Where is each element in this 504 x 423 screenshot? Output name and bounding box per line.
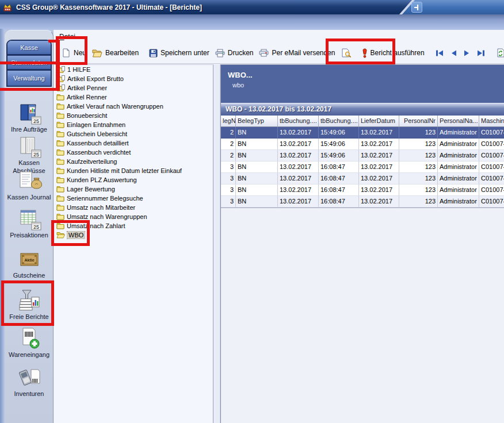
tree-item-kassenbuch-detailliert[interactable]: Kassenbuch detailliert xyxy=(55,139,213,148)
tree-item-artikel-verauf-nach-warengruppen[interactable]: Artikel Verauf nach Warengruppen xyxy=(55,102,213,111)
table-row[interactable]: 3BN13.02.201716:08:4713.02.2017123Admini… xyxy=(221,184,504,196)
tree-item-wbo[interactable]: WBO xyxy=(55,230,213,240)
new-button[interactable]: Neu xyxy=(59,47,89,59)
sidebar-item-gutscheine[interactable]: AktieGutscheine xyxy=(5,248,54,280)
tree-item-label: Kaufzeitverteilung xyxy=(67,158,117,165)
preview-icon xyxy=(341,48,352,58)
cell-lieferdatum: 13.02.2017 xyxy=(359,139,399,150)
folder-icon xyxy=(56,204,64,211)
folder-icon xyxy=(56,121,64,128)
sidebar-tab-stammdaten[interactable]: Stammdaten xyxy=(7,56,51,71)
nav-prev-button[interactable] xyxy=(447,48,460,59)
tree-item-bonuebersicht[interactable]: Bonuebersicht xyxy=(55,111,213,120)
cell-maschin: C01007- xyxy=(479,127,504,139)
tree-item-umsatz-nach-zahlart[interactable]: Umsatz nach Zahlart xyxy=(55,221,213,230)
table-row[interactable]: 3BN13.02.201716:08:4713.02.2017123Admini… xyxy=(221,173,504,184)
tree-item-kassenbuch-verdichtet[interactable]: Kassenbuch verdichtet xyxy=(55,148,213,157)
cell-legnr: 3 xyxy=(221,173,236,184)
column-header-personalna[interactable]: PersonalNa... xyxy=(438,116,479,127)
tree-item-gutschein-uebersicht[interactable]: Gutschein Uebersicht xyxy=(55,129,213,139)
app-logo-icon xyxy=(3,3,12,12)
column-header-tbbuchung[interactable]: tbBuchung.... xyxy=(278,116,319,127)
folder-icon xyxy=(56,112,64,119)
folder-icon xyxy=(56,186,64,193)
tree-item-umsatz-nach-warengruppen[interactable]: Umsatz nach Warengruppen xyxy=(55,212,213,221)
menu-item-datei[interactable]: Datei xyxy=(59,33,75,41)
tree-item-artikel-penner[interactable]: Artikel Penner xyxy=(55,83,213,93)
edit-button[interactable]: Bearbeiten xyxy=(89,47,142,59)
tree-item-1-hilfe[interactable]: 1 HILFE xyxy=(55,65,213,74)
window-pin-icon[interactable] xyxy=(411,2,422,13)
column-header-lieferdatum[interactable]: LieferDatum xyxy=(359,116,399,127)
tree-item-label: 1 HILFE xyxy=(67,66,90,73)
toolbar: NeuBearbeitenSpeichern unterDruckenPer e… xyxy=(54,43,504,64)
table-body: 2BN13.02.201715:49:0613.02.2017123Admini… xyxy=(221,127,504,208)
tree-item-artikel-export-brutto[interactable]: Artikel Export Brutto xyxy=(55,74,213,83)
tree-item-einlagen-entnahmen[interactable]: Einlagen Entnahmen xyxy=(55,120,213,129)
nav-first-button[interactable] xyxy=(432,48,447,59)
new-doc-icon xyxy=(62,48,71,57)
tree-item-kaufzeitverteilung[interactable]: Kaufzeitverteilung xyxy=(55,157,213,166)
table-row[interactable]: 3BN13.02.201716:08:4713.02.2017123Admini… xyxy=(221,196,504,207)
cell-maschin: C01007- xyxy=(479,184,504,196)
report-header: WBO... wbo xyxy=(221,65,504,103)
nav-last-button[interactable] xyxy=(474,48,488,59)
column-header-belegtyp[interactable]: BelegTyp xyxy=(236,116,278,127)
tree-item-label: Artikel Verauf nach Warengruppen xyxy=(67,103,163,110)
save-as-button[interactable]: Speichern unter xyxy=(146,47,212,59)
column-header-maschin[interactable]: Maschin xyxy=(479,116,504,127)
sidebar-item-wareneingang[interactable]: Wareneingang xyxy=(5,327,54,359)
sidebar-item-preisaktionen[interactable]: 25Preisaktionen xyxy=(5,207,54,240)
tree-item-label: Umsatz nach Warengruppen xyxy=(67,213,147,220)
preview-button[interactable] xyxy=(338,47,354,60)
save-icon xyxy=(149,49,158,57)
email-button[interactable]: Per eMail versenden xyxy=(256,47,338,59)
tree-item-umsatz-nach-mitarbeiter[interactable]: Umsatz nach Mitarbeiter xyxy=(55,203,213,212)
table-row[interactable]: 2BN13.02.201715:49:0613.02.2017123Admini… xyxy=(221,127,504,139)
price-actions-icon: 25 xyxy=(5,207,54,230)
tree-item-artikel-renner[interactable]: Artikel Renner xyxy=(55,93,213,102)
folder-icon xyxy=(56,222,64,229)
journal-icon xyxy=(5,170,54,193)
run-report-button[interactable]: Bericht ausführen xyxy=(359,47,427,60)
tree-item-kunden-plz-auswertung[interactable]: Kunden PLZ Auswertung xyxy=(55,175,213,184)
tree-item-lager-bewertung[interactable]: Lager Bewertung xyxy=(55,184,213,194)
application-window: CSS Group® Kassensoftware 2017 - Ultimat… xyxy=(0,0,504,423)
inventories-icon xyxy=(5,366,54,389)
sidebar-item-ihre-aufträge[interactable]: 25Ihre Aufträge xyxy=(5,102,54,134)
cell-maschin: C01007- xyxy=(479,139,504,150)
cell-personalna: Administrator xyxy=(438,139,479,150)
save-as-button-label: Speichern unter xyxy=(161,49,209,57)
email-button-label: Per eMail versenden xyxy=(272,49,335,57)
cell-belegtyp: BN xyxy=(236,161,278,173)
cell-legnr: 2 xyxy=(221,127,236,139)
cell-tbbuchung: 13.02.2017 xyxy=(278,150,319,161)
cell-legnr: 2 xyxy=(221,139,236,150)
tree-item-label: Umsatz nach Mitarbeiter xyxy=(67,204,135,211)
email-icon xyxy=(259,49,269,57)
column-header-personalnr[interactable]: PersonalNr xyxy=(399,116,438,127)
table-row[interactable]: 2BN13.02.201715:49:0613.02.2017123Admini… xyxy=(221,150,504,161)
svg-text:25: 25 xyxy=(33,152,39,157)
table-row[interactable]: 2BN13.02.201715:49:0613.02.2017123Admini… xyxy=(221,139,504,150)
refresh-button[interactable] xyxy=(493,47,504,59)
cell-personalna: Administrator xyxy=(438,161,479,173)
sidebar-item-kassen-journal[interactable]: Kassen Journal xyxy=(5,170,54,202)
table-row[interactable]: 3BN13.02.201716:08:4713.02.2017123Admini… xyxy=(221,161,504,173)
column-header-legnr[interactable]: legNr xyxy=(221,116,236,127)
cell-legnr: 2 xyxy=(221,150,236,161)
cell-tbbuchung: 13.02.2017 xyxy=(278,173,319,184)
print-button[interactable]: Drucken xyxy=(212,47,257,59)
tree-item-kunden-hitliste-mit-datum-letzter-einkauf[interactable]: Kunden Hitliste mit Datum letzter Einkau… xyxy=(55,166,213,175)
panel-splitter[interactable] xyxy=(213,64,220,423)
tree-item-seriennummer-belegsuche[interactable]: Seriennummer Belegsuche xyxy=(55,194,213,203)
sidebar-tab-verwaltung[interactable]: Verwaltung xyxy=(7,71,51,86)
tree-item-label: Kassenbuch detailliert xyxy=(67,140,129,147)
nav-next-icon xyxy=(463,49,471,57)
sidebar-tab-kasse[interactable]: Kasse xyxy=(7,41,51,56)
sidebar-item-inventuren[interactable]: Inventuren xyxy=(5,366,54,398)
column-header-tbbuchung[interactable]: tbBuchung.... xyxy=(319,116,359,127)
sidebar-item-freie-berichte[interactable]: Freie Berichte xyxy=(5,289,54,321)
nav-next-button[interactable] xyxy=(460,48,474,59)
new-button-label: Neu xyxy=(74,49,86,57)
